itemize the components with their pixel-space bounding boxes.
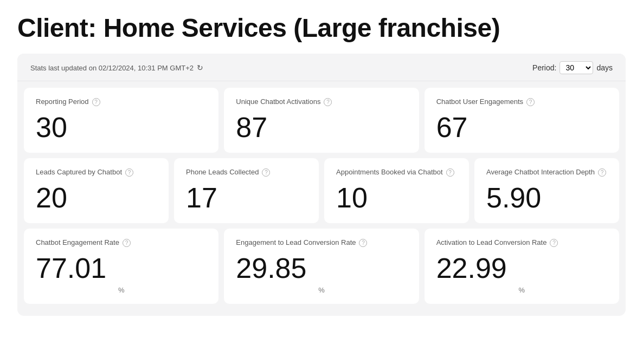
help-icon-chatbot-engagement-rate[interactable]: ? [123,239,131,247]
metric-label-reporting-period: Reporting Period [36,98,89,107]
metric-value-chatbot-user-engagements: 67 [436,112,607,143]
metric-value-unique-chatbot-activations: 87 [236,112,407,143]
metric-header-chatbot-user-engagements: Chatbot User Engagements? [436,98,607,107]
metric-value-average-chatbot-interaction-depth: 5.90 [486,183,607,213]
metric-value-leads-captured-by-chatbot: 20 [36,183,157,213]
metric-header-activation-to-lead-conversion-rate: Activation to Lead Conversion Rate? [436,238,607,248]
metric-label-phone-leads-collected: Phone Leads Collected [186,168,259,177]
stats-updated-text: Stats last updated on 02/12/2024, 10:31 … [30,64,194,72]
metrics-row-1: Reporting Period?30Unique Chatbot Activa… [24,88,619,153]
help-icon-average-chatbot-interaction-depth[interactable]: ? [598,168,606,177]
metric-header-chatbot-engagement-rate: Chatbot Engagement Rate? [36,238,207,248]
metric-card-activation-to-lead-conversion-rate: Activation to Lead Conversion Rate?22.99… [425,229,619,304]
metric-card-average-chatbot-interaction-depth: Average Chatbot Interaction Depth?5.90 [474,158,619,223]
metric-card-unique-chatbot-activations: Unique Chatbot Activations?87 [224,88,419,153]
help-icon-chatbot-user-engagements[interactable]: ? [526,98,535,106]
metric-card-reporting-period: Reporting Period?30 [24,88,218,153]
metric-card-appointments-booked-via-chatbot: Appointments Booked via Chatbot?10 [324,158,469,223]
metric-label-activation-to-lead-conversion-rate: Activation to Lead Conversion Rate [436,238,547,248]
metric-header-leads-captured-by-chatbot: Leads Captured by Chatbot? [36,168,157,177]
metrics-section: Reporting Period?30Unique Chatbot Activa… [17,81,626,304]
metric-unit-chatbot-engagement-rate: % [36,286,207,294]
metric-unit-engagement-to-lead-conversion-rate: % [236,286,407,294]
metric-label-engagement-to-lead-conversion-rate: Engagement to Lead Conversion Rate [236,238,356,248]
help-icon-leads-captured-by-chatbot[interactable]: ? [125,168,133,177]
help-icon-unique-chatbot-activations[interactable]: ? [324,98,332,106]
period-select[interactable]: 30 7 14 60 90 [560,61,593,74]
metric-value-engagement-to-lead-conversion-rate: 29.85 [236,253,407,284]
help-icon-engagement-to-lead-conversion-rate[interactable]: ? [359,239,367,247]
period-label: Period: [532,63,556,72]
help-icon-appointments-booked-via-chatbot[interactable]: ? [446,168,454,177]
metric-label-unique-chatbot-activations: Unique Chatbot Activations [236,98,320,107]
metric-value-chatbot-engagement-rate: 77.01 [36,253,207,284]
metrics-row-3: Chatbot Engagement Rate?77.01%Engagement… [24,229,619,304]
help-icon-reporting-period[interactable]: ? [92,98,100,106]
help-icon-activation-to-lead-conversion-rate[interactable]: ? [550,239,558,247]
metric-value-phone-leads-collected: 17 [186,183,307,213]
metric-header-average-chatbot-interaction-depth: Average Chatbot Interaction Depth? [486,168,607,177]
metric-card-phone-leads-collected: Phone Leads Collected?17 [174,158,319,223]
metric-card-leads-captured-by-chatbot: Leads Captured by Chatbot?20 [24,158,169,223]
metric-value-appointments-booked-via-chatbot: 10 [336,183,457,213]
page-title: Client: Home Services (Large franchise) [17,13,626,43]
metric-header-phone-leads-collected: Phone Leads Collected? [186,168,307,177]
period-unit: days [596,63,613,72]
metric-card-engagement-to-lead-conversion-rate: Engagement to Lead Conversion Rate?29.85… [224,229,419,304]
metric-value-reporting-period: 30 [36,112,207,143]
help-icon-phone-leads-collected[interactable]: ? [262,168,270,177]
metric-label-average-chatbot-interaction-depth: Average Chatbot Interaction Depth [486,168,595,177]
metric-header-engagement-to-lead-conversion-rate: Engagement to Lead Conversion Rate? [236,238,407,248]
stats-updated-label: Stats last updated on 02/12/2024, 10:31 … [30,63,203,72]
metric-header-reporting-period: Reporting Period? [36,98,207,107]
dashboard-container: Stats last updated on 02/12/2024, 10:31 … [17,54,626,316]
dashboard-header: Stats last updated on 02/12/2024, 10:31 … [17,54,626,81]
metric-value-activation-to-lead-conversion-rate: 22.99 [436,253,607,284]
metric-card-chatbot-user-engagements: Chatbot User Engagements?67 [425,88,619,153]
metric-label-chatbot-user-engagements: Chatbot User Engagements [436,98,523,107]
metric-label-appointments-booked-via-chatbot: Appointments Booked via Chatbot [336,168,443,177]
refresh-icon[interactable]: ↻ [197,63,203,72]
metric-label-leads-captured-by-chatbot: Leads Captured by Chatbot [36,168,122,177]
metric-label-chatbot-engagement-rate: Chatbot Engagement Rate [36,238,119,248]
metric-unit-activation-to-lead-conversion-rate: % [436,286,607,294]
metric-header-appointments-booked-via-chatbot: Appointments Booked via Chatbot? [336,168,457,177]
metrics-row-2: Leads Captured by Chatbot?20Phone Leads … [24,158,619,223]
metric-header-unique-chatbot-activations: Unique Chatbot Activations? [236,98,407,107]
period-control: Period: 30 7 14 60 90 days [532,61,613,74]
metric-card-chatbot-engagement-rate: Chatbot Engagement Rate?77.01% [24,229,218,304]
